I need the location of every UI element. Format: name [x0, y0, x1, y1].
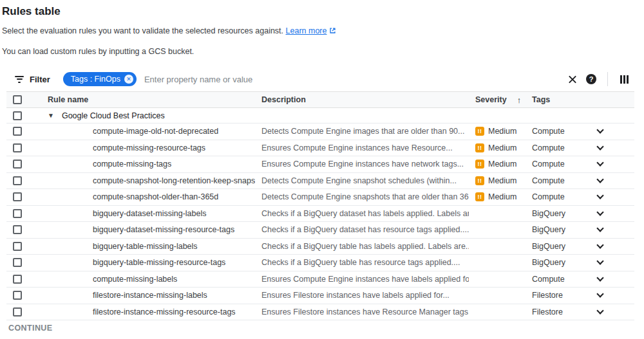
rule-name-header-label: Rule name [48, 95, 88, 104]
description-cell: Detects Compute Engine snapshots that ar… [255, 192, 469, 201]
rule-name-cell: compute-missing-labels [41, 275, 255, 284]
expand-row-chevron-icon[interactable] [596, 192, 603, 199]
rule-tag: Compute [532, 176, 565, 185]
table-row: bigquery-dataset-missing-resource-tags C… [6, 222, 634, 239]
select-all-checkbox[interactable] [13, 95, 22, 104]
column-header-description[interactable]: Description [255, 95, 469, 104]
external-link-icon [329, 27, 336, 36]
page-title: Rules table [2, 5, 644, 18]
column-display-button[interactable] [614, 70, 634, 88]
filter-button[interactable]: Filter [10, 75, 54, 84]
description-header-label: Description [261, 95, 306, 104]
row-checkbox[interactable] [13, 176, 22, 185]
description-cell: Detects Compute Engine snapshot schedule… [255, 176, 469, 185]
rule-name-cell: bigquery-table-missing-labels [41, 242, 255, 251]
rule-tag: BigQuery [532, 209, 565, 218]
column-header-rule-name[interactable]: Rule name [41, 95, 255, 104]
clear-filters-button[interactable] [562, 70, 582, 88]
rule-tag: Compute [532, 192, 565, 201]
table-header-row: Rule name Description Severity ↑ Tags [6, 91, 634, 108]
rule-description: Detects Compute Engine snapshot schedule… [261, 176, 457, 185]
rule-name-cell: compute-snapshot-older-than-365d [41, 192, 255, 201]
tag-cell: BigQuery [526, 209, 592, 218]
close-icon [568, 75, 576, 84]
expand-row-chevron-icon[interactable] [596, 241, 603, 248]
rule-tag: Compute [532, 275, 565, 284]
column-header-severity[interactable]: Severity ↑ [469, 95, 526, 105]
sort-ascending-icon[interactable]: ↑ [517, 95, 522, 105]
row-checkbox[interactable] [13, 225, 22, 234]
table-row: compute-image-old-not-deprecated Detects… [6, 124, 634, 140]
table-row: compute-missing-resource-tags Ensures Co… [6, 140, 634, 157]
severity-label: Medium [488, 160, 516, 169]
description-cell: Ensures Compute Engine instances have ne… [255, 160, 469, 169]
table-row: compute-snapshot-older-than-365d Detects… [6, 189, 634, 206]
rule-name-cell: compute-snapshot-long-retention-keep-sna… [41, 176, 255, 185]
rule-description: Checks if a BigQuery dataset has resourc… [261, 225, 469, 234]
severity-medium-icon: !! [475, 143, 484, 152]
chip-remove-icon[interactable]: ✕ [124, 75, 133, 84]
expand-row-chevron-icon[interactable] [596, 208, 603, 215]
row-checkbox[interactable] [13, 275, 22, 284]
page-subtitle: Select the evaluation rules you want to … [2, 26, 644, 36]
expand-row-chevron-icon[interactable] [596, 258, 603, 265]
collapse-group-icon[interactable]: ▼ [48, 112, 54, 119]
rule-tag: Filestore [532, 307, 563, 316]
row-checkbox[interactable] [13, 160, 22, 169]
filter-chip-label: Tags : FinOps [71, 75, 120, 84]
expand-row-chevron-icon[interactable] [596, 225, 603, 232]
expand-row-chevron-icon[interactable] [596, 307, 603, 314]
severity-header-label: Severity [475, 95, 507, 104]
severity-cell: !! Medium [469, 176, 526, 185]
help-icon: ? [586, 74, 596, 84]
description-cell: Checks if a BigQuery dataset has resourc… [255, 225, 469, 234]
rule-name: compute-snapshot-older-than-365d [93, 192, 218, 201]
description-cell: Ensures Compute Engine instances have la… [255, 275, 469, 284]
row-checkbox[interactable] [13, 192, 22, 201]
severity-cell: !! Medium [469, 160, 526, 169]
row-checkbox[interactable] [13, 307, 22, 316]
severity-badge: !! Medium [475, 143, 516, 152]
row-checkbox[interactable] [13, 258, 22, 267]
filter-chip-tags-finops[interactable]: Tags : FinOps ✕ [63, 72, 137, 86]
rule-name-cell: compute-image-old-not-deprecated [41, 127, 255, 136]
page-header: Rules table Select the evaluation rules … [0, 0, 644, 56]
column-header-tags[interactable]: Tags [526, 95, 592, 104]
severity-medium-icon: !! [475, 160, 484, 169]
row-checkbox[interactable] [13, 291, 22, 300]
tag-cell: BigQuery [526, 225, 592, 234]
description-cell: Checks if a BigQuery table has labels ap… [255, 242, 469, 251]
filter-bar: Filter Tags : FinOps ✕ ? [6, 69, 638, 89]
expand-row-chevron-icon[interactable] [596, 143, 603, 150]
expand-row-chevron-icon[interactable] [596, 176, 603, 183]
expand-row-chevron-icon[interactable] [596, 160, 603, 167]
rule-description: Ensures Compute Engine instances have ne… [261, 160, 464, 169]
expand-row-chevron-icon[interactable] [596, 127, 603, 134]
description-cell: Checks if a BigQuery dataset has labels … [255, 209, 469, 218]
filter-label: Filter [30, 75, 50, 84]
table-row: filestore-instance-missing-labels Ensure… [6, 288, 634, 304]
row-checkbox[interactable] [13, 209, 22, 218]
tag-cell: Compute [526, 192, 592, 201]
rule-name: bigquery-dataset-missing-labels [93, 209, 206, 218]
severity-cell: !! Medium [469, 143, 526, 152]
rule-name: compute-missing-tags [93, 160, 171, 169]
group-checkbox[interactable] [13, 111, 22, 120]
learn-more-link[interactable]: Learn more [286, 26, 327, 35]
filter-input[interactable] [144, 75, 562, 84]
rule-name: filestore-instance-missing-labels [93, 291, 207, 300]
row-checkbox[interactable] [13, 127, 22, 136]
rule-description: Ensures Filestore instances have Resourc… [261, 307, 469, 316]
rule-name: compute-missing-resource-tags [93, 143, 205, 152]
filter-help-button[interactable]: ? [582, 70, 601, 88]
tags-header-label: Tags [532, 95, 550, 104]
row-checkbox[interactable] [13, 143, 22, 152]
row-checkbox[interactable] [13, 242, 22, 251]
severity-medium-icon: !! [475, 127, 484, 136]
severity-cell: !! Medium [469, 192, 526, 201]
description-cell: Detects Compute Engine images that are o… [255, 127, 469, 136]
rule-name: filestore-instance-missing-resource-tags [93, 307, 236, 316]
expand-row-chevron-icon[interactable] [596, 291, 603, 298]
continue-button[interactable]: CONTINUE [8, 324, 52, 333]
expand-row-chevron-icon[interactable] [596, 274, 603, 281]
